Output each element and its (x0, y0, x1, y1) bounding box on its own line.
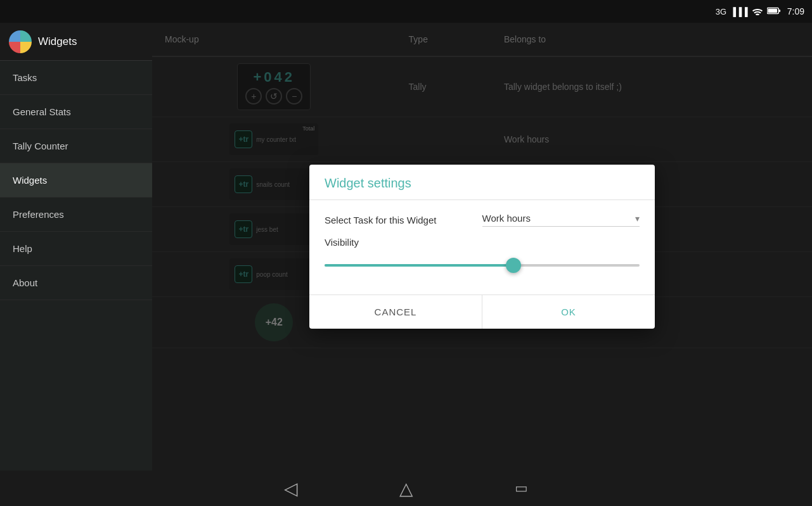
dialog-title-bar: Widget settings (309, 165, 655, 200)
widget-settings-dialog: Widget settings Select Task for this Wid… (309, 165, 655, 329)
signal-icon: 3G (716, 7, 726, 16)
app-icon (9, 30, 32, 53)
dialog-body: Select Task for this Widget Work hours ▾… (309, 200, 655, 288)
home-button[interactable]: △ (399, 478, 413, 499)
battery-icon (767, 7, 781, 16)
visibility-label: Visibility (325, 237, 640, 248)
select-task-row: Select Task for this Widget Work hours ▾ (325, 213, 640, 227)
sidebar-item-widgets[interactable]: Widgets (0, 163, 152, 198)
content-area: Mock-up Type Belongs to +042 + (152, 23, 812, 471)
select-task-label: Select Task for this Widget (325, 215, 482, 225)
dialog-actions: CANCEL OK (309, 294, 655, 329)
sidebar-item-preferences[interactable]: Preferences (0, 198, 152, 232)
ok-button[interactable]: OK (482, 295, 655, 329)
signal-bars-icon: ▐▐▐ (730, 7, 748, 16)
status-icons: 3G ▐▐▐ 7:09 (716, 6, 804, 17)
slider-track (325, 264, 640, 267)
wifi-icon (752, 6, 763, 17)
dropdown-arrow-icon: ▾ (635, 213, 640, 224)
sidebar-item-about[interactable]: About (0, 266, 152, 300)
cancel-button[interactable]: CANCEL (309, 295, 482, 329)
visibility-slider-container (325, 254, 640, 277)
status-bar: 3G ▐▐▐ 7:09 (0, 0, 812, 23)
time-display: 7:09 (787, 6, 804, 16)
bottom-nav-bar: ◁ △ ▭ (0, 471, 812, 506)
svg-rect-1 (778, 9, 780, 12)
sidebar-header: Widgets (0, 23, 152, 61)
sidebar-item-tally-counter[interactable]: Tally Counter (0, 129, 152, 163)
task-select-dropdown[interactable]: Work hours ▾ (482, 213, 640, 227)
sidebar-item-help[interactable]: Help (0, 232, 152, 266)
app-title: Widgets (38, 35, 77, 48)
sidebar-item-tasks[interactable]: Tasks (0, 61, 152, 95)
slider-thumb[interactable] (506, 258, 521, 273)
recents-button[interactable]: ▭ (515, 480, 528, 497)
modal-overlay: Widget settings Select Task for this Wid… (152, 23, 812, 471)
slider-fill (325, 264, 513, 267)
main-layout: Widgets Tasks General Stats Tally Counte… (0, 23, 812, 471)
sidebar-item-general-stats[interactable]: General Stats (0, 95, 152, 129)
selected-task-value: Work hours (482, 213, 531, 224)
sidebar: Widgets Tasks General Stats Tally Counte… (0, 23, 152, 471)
dialog-title: Widget settings (325, 176, 411, 190)
svg-rect-2 (768, 8, 777, 12)
back-button[interactable]: ◁ (284, 478, 298, 499)
